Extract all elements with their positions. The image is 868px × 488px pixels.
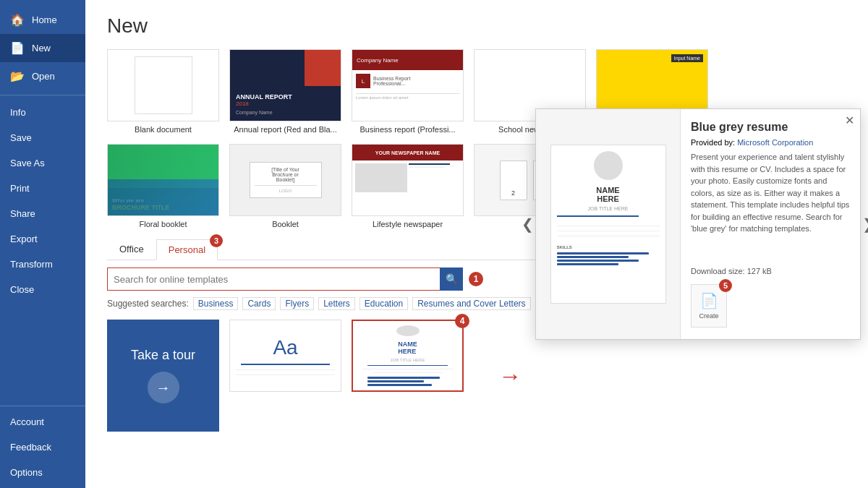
- search-button[interactable]: 🔍: [440, 267, 463, 291]
- sidebar-item-label: Feedback: [10, 442, 51, 453]
- search-input[interactable]: [114, 274, 456, 285]
- suggested-business[interactable]: Business: [193, 297, 239, 310]
- suggested-flyers[interactable]: Flyers: [280, 297, 314, 310]
- tab-personal[interactable]: Personal 3: [156, 239, 218, 260]
- template-label-business: Business report (Professi...: [359, 125, 455, 134]
- search-icon: 🔍: [446, 273, 458, 285]
- template-thumb-resume: NAMEHERE JOB TITLE HERE: [352, 320, 464, 392]
- preview-skills-bars: [557, 252, 660, 265]
- search-badge: 1: [469, 272, 483, 286]
- template-booklet[interactable]: [Title of Your Brochure or Booklet] LOGO…: [229, 144, 341, 228]
- tab-office[interactable]: Office: [107, 239, 156, 260]
- overlay-close-button[interactable]: ✕: [845, 114, 854, 127]
- main-content: New Blank document ANNUAL REPORT 2018 Co…: [85, 0, 868, 488]
- template-thumb-aa: Aa: [229, 320, 341, 392]
- sidebar-item-label: Transform: [10, 259, 53, 270]
- preview-bar-1: [557, 252, 650, 254]
- preview-avatar: [594, 151, 623, 180]
- template-thumb-lifestyle: YOUR NEWSPAPER NAME: [352, 144, 464, 216]
- overlay-provider: Provided by: Microsoft Corporation: [691, 138, 850, 147]
- template-thumb-business: Company Name L Business ReportProfession…: [352, 49, 464, 121]
- sidebar-item-new[interactable]: 📄 New: [0, 34, 85, 62]
- sidebar-item-label: Close: [10, 284, 34, 295]
- preview-line-1: [557, 226, 660, 226]
- sidebar-item-options[interactable]: Options: [0, 460, 85, 485]
- resume-arrow: →: [498, 362, 522, 389]
- sidebar-bottom: Account Feedback Options: [0, 406, 85, 488]
- suggested-letters[interactable]: Letters: [318, 297, 355, 310]
- sidebar-item-open[interactable]: 📂 Open: [0, 62, 85, 90]
- overlay-title: Blue grey resume: [691, 121, 850, 134]
- sidebar-item-label: Print: [10, 183, 30, 194]
- preview-separator-blue: [557, 215, 639, 217]
- sidebar: 🏠 Home 📄 New 📂 Open Info Save Save As Pr…: [0, 0, 85, 488]
- suggested-resumes[interactable]: Resumes and Cover Letters: [412, 297, 530, 310]
- overlay-download-size: Download size: 127 kB: [691, 267, 850, 275]
- sidebar-item-home[interactable]: 🏠 Home: [0, 6, 85, 34]
- template-thumb-blank: [107, 49, 219, 121]
- sidebar-item-label: Open: [32, 71, 55, 82]
- sidebar-item-feedback[interactable]: Feedback: [0, 435, 85, 460]
- sidebar-item-label: Export: [10, 234, 38, 244]
- tour-arrow: →: [148, 372, 179, 403]
- overlay-nav-left[interactable]: ❮: [522, 215, 534, 233]
- sidebar-item-save[interactable]: Save: [0, 125, 85, 150]
- suggested-education[interactable]: Education: [359, 297, 408, 310]
- template-floral[interactable]: Who we are BROCHURE TITLE Floral booklet: [107, 144, 219, 228]
- template-blank[interactable]: Blank document: [107, 49, 219, 134]
- suggested-cards[interactable]: Cards: [242, 297, 276, 310]
- overlay-resume-preview: NAMEHERE JOB TITLE HERE SKILLS: [550, 145, 666, 304]
- sidebar-item-export[interactable]: Export: [0, 226, 85, 252]
- page-title: New: [107, 14, 846, 38]
- sidebar-item-label: Share: [10, 208, 35, 219]
- suggested-label: Suggested searches:: [107, 299, 189, 309]
- overlay-preview-area: NAMEHERE JOB TITLE HERE SKILLS: [536, 109, 681, 339]
- sidebar-item-transform[interactable]: Transform: [0, 252, 85, 277]
- preview-name: NAMEHERE: [557, 186, 660, 203]
- template-resume-badge: 4: [455, 314, 469, 328]
- overlay-nav-right[interactable]: ❯: [862, 215, 868, 233]
- overlay-description: Present your experience and talent styli…: [691, 151, 850, 262]
- search-box: 🔍: [107, 267, 463, 291]
- sidebar-item-print[interactable]: Print: [0, 176, 85, 201]
- create-label: Create: [699, 312, 718, 320]
- open-icon: 📂: [10, 69, 25, 83]
- preview-bar-3: [557, 260, 639, 262]
- sidebar-item-label: Home: [32, 14, 57, 25]
- overlay-panel: ✕ NAMEHERE JOB TITLE HERE SKILLS: [535, 108, 861, 340]
- template-thumb-annual: ANNUAL REPORT 2018 Company Name: [229, 49, 341, 121]
- template-label-annual: Annual report (Red and Bla...: [234, 125, 336, 134]
- sidebar-item-share[interactable]: Share: [0, 201, 85, 226]
- template-lifestyle[interactable]: YOUR NEWSPAPER NAME Lifestyle newspaper: [352, 144, 464, 228]
- template-thumb-floral: Who we are BROCHURE TITLE: [107, 144, 219, 216]
- sidebar-top: 🏠 Home 📄 New 📂 Open Info Save Save As Pr…: [0, 0, 85, 406]
- sidebar-item-label: Account: [10, 416, 44, 427]
- sidebar-item-label: Save As: [10, 158, 45, 168]
- template-resume-blue[interactable]: NAMEHERE JOB TITLE HERE 4 →: [352, 320, 464, 432]
- overlay-provider-link[interactable]: Microsoft Corporation: [737, 138, 813, 147]
- create-doc-icon: 📄: [700, 292, 718, 309]
- preview-line-2: [557, 231, 660, 231]
- home-icon: 🏠: [10, 13, 25, 27]
- preview-bar-4: [557, 263, 618, 265]
- tab-personal-badge: 3: [210, 234, 223, 247]
- create-badge: 5: [719, 279, 732, 292]
- sidebar-item-label: New: [32, 43, 51, 53]
- preview-bar-2: [557, 256, 629, 258]
- sidebar-item-saveas[interactable]: Save As: [0, 150, 85, 176]
- sidebar-item-label: Options: [10, 467, 43, 478]
- template-label-blank: Blank document: [135, 125, 192, 134]
- template-business[interactable]: Company Name L Business ReportProfession…: [352, 49, 464, 134]
- template-annual[interactable]: ANNUAL REPORT 2018 Company Name Annual r…: [229, 49, 341, 134]
- preview-line-3: [557, 236, 660, 236]
- template-label-lifestyle: Lifestyle newspaper: [373, 220, 443, 228]
- sidebar-item-info[interactable]: Info: [0, 100, 85, 125]
- sidebar-item-close[interactable]: Close: [0, 277, 85, 302]
- sidebar-divider-1: [0, 95, 85, 95]
- sidebar-item-account[interactable]: Account: [0, 409, 85, 435]
- template-aa[interactable]: Aa: [229, 320, 341, 432]
- create-button[interactable]: 📄 Create 5: [691, 284, 727, 328]
- tour-title: Take a tour: [131, 348, 195, 363]
- sidebar-item-label: Save: [10, 132, 32, 143]
- tour-card[interactable]: Take a tour →: [107, 320, 219, 432]
